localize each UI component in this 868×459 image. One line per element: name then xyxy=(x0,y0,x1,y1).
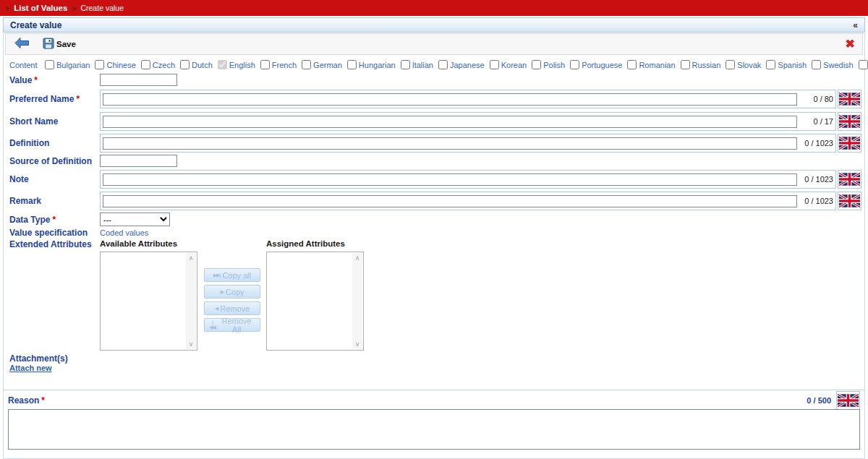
value-specification-row: Value specification Coded values xyxy=(9,228,861,238)
language-checkbox[interactable] xyxy=(627,60,637,69)
language-label: Romanian xyxy=(639,61,675,69)
available-attributes-header: Available Attributes xyxy=(100,239,197,250)
language-label: Dutch xyxy=(192,61,213,69)
data-type-label: Data Type* xyxy=(9,215,100,225)
required-asterisk: * xyxy=(76,94,80,104)
back-button[interactable] xyxy=(13,35,31,53)
language-checkbox-item[interactable]: Japanese xyxy=(438,60,485,69)
data-type-row: Data Type* --- xyxy=(9,213,861,226)
language-checkbox xyxy=(218,60,227,69)
assigned-attributes-header: Assigned Attributes xyxy=(266,239,364,250)
remove-all-button[interactable]: |◀◀ Remove All xyxy=(204,318,260,332)
definition-input[interactable] xyxy=(103,137,797,150)
scroll-up-icon[interactable]: ∧ xyxy=(355,254,360,262)
back-arrow-icon xyxy=(14,37,30,51)
language-label: Hungarian xyxy=(359,61,396,69)
remark-label: Remark xyxy=(9,196,100,206)
language-checkbox-item[interactable]: Spanish xyxy=(766,60,807,69)
language-checkbox[interactable] xyxy=(681,60,690,69)
scroll-down-icon[interactable]: ∨ xyxy=(189,340,194,348)
page-title: Create value xyxy=(10,20,61,30)
language-checkbox[interactable] xyxy=(438,60,448,69)
language-checkbox-item[interactable]: Russian xyxy=(681,60,721,69)
save-button[interactable]: Save xyxy=(41,36,77,53)
preferred-name-label: Preferred Name* xyxy=(9,94,100,104)
language-checkbox-item[interactable]: Czech xyxy=(141,60,175,69)
required-asterisk: * xyxy=(41,395,45,406)
language-checkbox[interactable] xyxy=(570,60,579,69)
language-checkbox[interactable] xyxy=(95,60,104,69)
language-checkbox[interactable] xyxy=(141,60,150,69)
language-checkbox[interactable] xyxy=(490,60,499,69)
short-name-label: Short Name xyxy=(9,116,100,126)
copy-all-button[interactable]: ▶▶| Copy all xyxy=(204,268,260,282)
available-attributes-listbox[interactable]: ∧ ∨ xyxy=(100,252,197,351)
language-checkbox[interactable] xyxy=(45,60,54,69)
scroll-down-icon[interactable]: ∨ xyxy=(355,340,360,348)
attachments-label: Attachment(s) xyxy=(9,353,861,364)
language-checkbox[interactable] xyxy=(401,60,410,69)
language-checkbox-item[interactable]: Hungarian xyxy=(347,60,396,69)
note-wrap: 0 / 1023 xyxy=(100,170,836,189)
scrollbar[interactable]: ∧ ∨ xyxy=(352,253,362,349)
language-checkbox[interactable] xyxy=(812,60,821,69)
language-label: Slovak xyxy=(737,61,761,69)
preferred-name-input[interactable] xyxy=(103,93,797,106)
note-counter: 0 / 1023 xyxy=(797,175,833,184)
language-checkbox[interactable] xyxy=(532,60,541,69)
scroll-up-icon[interactable]: ∧ xyxy=(189,254,194,262)
toolbar: Save ✖ xyxy=(5,33,863,55)
panel-header: Create value « xyxy=(3,17,865,33)
language-checkbox[interactable] xyxy=(347,60,357,69)
remark-wrap: 0 / 1023 xyxy=(100,192,836,210)
close-icon[interactable]: ✖ xyxy=(846,38,855,50)
language-checkbox-item[interactable]: Chinese xyxy=(95,60,135,69)
reason-header: Reason* 0 / 500 xyxy=(8,392,860,409)
short-name-input[interactable] xyxy=(103,116,797,128)
language-checkbox[interactable] xyxy=(260,60,270,69)
scrollbar[interactable]: ∧ ∨ xyxy=(186,253,196,349)
short-name-wrap: 0 / 17 xyxy=(100,112,836,131)
attribute-shuttle: Available Attributes ∧ ∨ ▶▶| Copy all xyxy=(100,239,364,351)
language-checkbox-item[interactable]: Korean xyxy=(490,60,527,69)
language-checkbox[interactable] xyxy=(180,60,190,69)
value-row: Value* xyxy=(9,74,861,86)
note-input[interactable] xyxy=(103,173,797,186)
assigned-attributes-listbox[interactable]: ∧ ∨ xyxy=(266,252,364,351)
uk-flag-icon xyxy=(838,90,861,108)
collapse-icon[interactable]: « xyxy=(853,20,858,30)
source-of-definition-row: Source of Definition xyxy=(9,155,861,167)
copy-button[interactable]: ▶ Copy xyxy=(204,285,260,299)
language-checkbox-item[interactable]: Swedish xyxy=(812,60,854,69)
remove-all-icon: |◀◀ xyxy=(209,319,216,330)
value-input[interactable] xyxy=(100,74,177,86)
language-label: French xyxy=(272,61,297,69)
language-checkbox-item[interactable]: Portuguese xyxy=(570,60,622,69)
uk-flag-icon xyxy=(838,134,861,153)
language-label: English xyxy=(229,61,255,69)
language-checkbox-item[interactable]: Romanian xyxy=(627,60,675,69)
language-checkbox-item[interactable]: Polish xyxy=(532,60,565,69)
data-type-select[interactable]: --- xyxy=(100,213,170,226)
language-checkbox-item[interactable]: Taiwanese xyxy=(859,60,868,69)
remove-button[interactable]: ◀ Remove xyxy=(204,301,260,315)
language-checkbox-item[interactable]: Italian xyxy=(401,60,433,69)
required-asterisk: * xyxy=(34,75,38,85)
language-checkbox-item[interactable]: Dutch xyxy=(180,60,213,69)
reason-textarea[interactable] xyxy=(8,409,860,450)
language-checkbox-item[interactable]: Bulgarian xyxy=(45,60,90,69)
reason-counter: 0 / 500 xyxy=(807,396,831,405)
language-checkbox-item[interactable]: Slovak xyxy=(726,60,761,69)
language-checkbox[interactable] xyxy=(859,60,868,69)
attach-new-link[interactable]: Attach new xyxy=(9,364,52,372)
language-checkbox[interactable] xyxy=(766,60,775,69)
language-checkbox[interactable] xyxy=(302,60,311,69)
breadcrumb-root-link[interactable]: List of Values xyxy=(14,4,67,12)
remark-input[interactable] xyxy=(103,195,797,207)
shuttle-buttons: ▶▶| Copy all ▶ Copy ◀ Remove |◀◀ xyxy=(204,268,260,332)
language-checkbox-item[interactable]: French xyxy=(260,60,297,69)
source-of-definition-input[interactable] xyxy=(100,155,177,167)
remark-row: Remark 0 / 1023 xyxy=(9,192,861,210)
language-checkbox-item[interactable]: German xyxy=(302,60,342,69)
language-checkbox[interactable] xyxy=(726,60,735,69)
